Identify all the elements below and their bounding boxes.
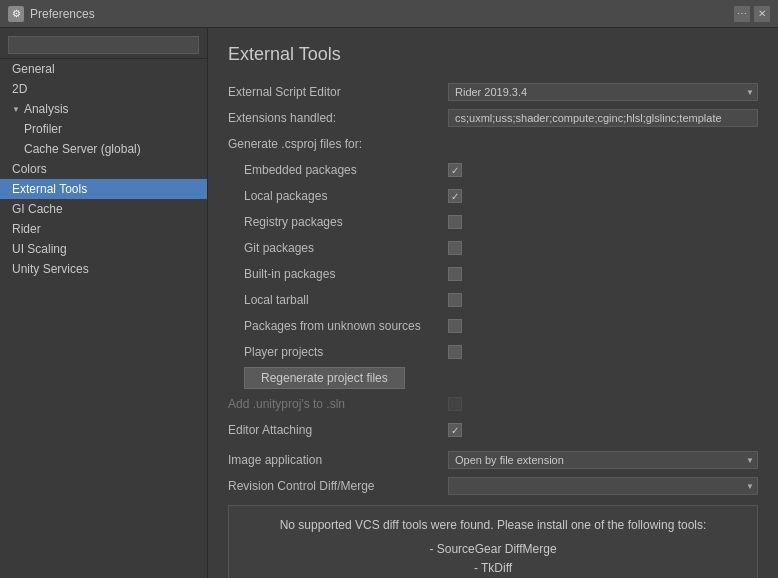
vcs-tools-list: - SourceGear DiffMerge - TkDiff - P4Merg…: [245, 540, 741, 578]
analysis-label: Analysis: [24, 102, 69, 116]
builtin-packages-checkbox-wrapper: [448, 267, 462, 281]
unknown-sources-checkbox-wrapper: [448, 319, 462, 333]
registry-packages-checkbox-wrapper: [448, 215, 462, 229]
revision-control-dropdown-wrapper: [448, 477, 758, 495]
local-packages-label: Local packages: [228, 189, 448, 203]
git-packages-checkbox-wrapper: [448, 241, 462, 255]
vcs-tool-item: - SourceGear DiffMerge: [245, 540, 741, 559]
revision-control-label: Revision Control Diff/Merge: [228, 479, 448, 493]
extensions-handled-row: Extensions handled:: [228, 107, 758, 129]
player-projects-checkbox-wrapper: [448, 345, 462, 359]
sidebar-item-colors[interactable]: Colors: [0, 159, 207, 179]
registry-packages-row: Registry packages: [228, 211, 758, 233]
sidebar-section-analysis[interactable]: ▼ Analysis: [0, 99, 207, 119]
local-tarball-row: Local tarball: [228, 289, 758, 311]
unknown-sources-row: Packages from unknown sources: [228, 315, 758, 337]
registry-packages-label: Registry packages: [228, 215, 448, 229]
git-packages-label: Git packages: [228, 241, 448, 255]
generate-label: Generate .csproj files for:: [228, 137, 448, 151]
player-projects-label: Player projects: [228, 345, 448, 359]
vcs-message: No supported VCS diff tools were found. …: [245, 518, 741, 532]
sidebar-item-general[interactable]: General: [0, 59, 207, 79]
regenerate-row: Regenerate project files: [244, 367, 758, 389]
external-script-editor-label: External Script Editor: [228, 85, 448, 99]
embedded-packages-checkbox[interactable]: [448, 163, 462, 177]
sidebar-item-rider[interactable]: Rider: [0, 219, 207, 239]
builtin-packages-label: Built-in packages: [228, 267, 448, 281]
sidebar-item-external-tools[interactable]: External Tools: [0, 179, 207, 199]
search-input[interactable]: [8, 36, 199, 54]
embedded-packages-checkbox-wrapper: [448, 163, 462, 177]
title-bar: ⚙ Preferences ⋯ ✕: [0, 0, 778, 28]
player-projects-row: Player projects: [228, 341, 758, 363]
local-tarball-label: Local tarball: [228, 293, 448, 307]
revision-control-row: Revision Control Diff/Merge: [228, 475, 758, 497]
builtin-packages-row: Built-in packages: [228, 263, 758, 285]
sidebar: General 2D ▼ Analysis Profiler Cache Ser…: [0, 28, 208, 578]
add-unityproj-checkbox-wrapper: [448, 397, 462, 411]
local-tarball-checkbox-wrapper: [448, 293, 462, 307]
git-packages-checkbox[interactable]: [448, 241, 462, 255]
player-projects-checkbox[interactable]: [448, 345, 462, 359]
editor-attaching-row: Editor Attaching: [228, 419, 758, 441]
extensions-handled-label: Extensions handled:: [228, 111, 448, 125]
image-application-dropdown[interactable]: Open by file extension: [448, 451, 758, 469]
editor-attaching-label: Editor Attaching: [228, 423, 448, 437]
image-application-label: Image application: [228, 453, 448, 467]
sidebar-item-cache-server[interactable]: Cache Server (global): [0, 139, 207, 159]
unknown-sources-checkbox[interactable]: [448, 319, 462, 333]
triangle-icon: ▼: [12, 105, 20, 114]
sidebar-item-profiler[interactable]: Profiler: [0, 119, 207, 139]
external-script-editor-dropdown[interactable]: Rider 2019.3.4: [448, 83, 758, 101]
minimize-button[interactable]: ⋯: [734, 6, 750, 22]
editor-attaching-checkbox[interactable]: [448, 423, 462, 437]
add-unityproj-checkbox[interactable]: [448, 397, 462, 411]
local-packages-checkbox[interactable]: [448, 189, 462, 203]
unknown-sources-label: Packages from unknown sources: [228, 319, 448, 333]
add-unityproj-row: Add .unityproj's to .sln: [228, 393, 758, 415]
external-script-editor-row: External Script Editor Rider 2019.3.4: [228, 81, 758, 103]
vcs-tool-item: - TkDiff: [245, 559, 741, 578]
sidebar-item-2d[interactable]: 2D: [0, 79, 207, 99]
add-unityproj-label: Add .unityproj's to .sln: [228, 397, 448, 411]
builtin-packages-checkbox[interactable]: [448, 267, 462, 281]
image-application-dropdown-wrapper: Open by file extension: [448, 451, 758, 469]
external-script-editor-dropdown-wrapper: Rider 2019.3.4: [448, 83, 758, 101]
regenerate-button[interactable]: Regenerate project files: [244, 367, 405, 389]
git-packages-row: Git packages: [228, 237, 758, 259]
extensions-handled-input[interactable]: [448, 109, 758, 127]
sidebar-item-ui-scaling[interactable]: UI Scaling: [0, 239, 207, 259]
local-packages-row: Local packages: [228, 185, 758, 207]
window-icon: ⚙: [8, 6, 24, 22]
vcs-tools-box: No supported VCS diff tools were found. …: [228, 505, 758, 578]
window-controls: ⋯ ✕: [734, 6, 770, 22]
editor-attaching-checkbox-wrapper: [448, 423, 462, 437]
registry-packages-checkbox[interactable]: [448, 215, 462, 229]
sidebar-item-gi-cache[interactable]: GI Cache: [0, 199, 207, 219]
preferences-window: ⚙ Preferences ⋯ ✕ General 2D ▼ Analysis …: [0, 0, 778, 578]
local-packages-checkbox-wrapper: [448, 189, 462, 203]
close-button[interactable]: ✕: [754, 6, 770, 22]
image-application-row: Image application Open by file extension: [228, 449, 758, 471]
revision-control-dropdown[interactable]: [448, 477, 758, 495]
embedded-packages-row: Embedded packages: [228, 159, 758, 181]
content-area: General 2D ▼ Analysis Profiler Cache Ser…: [0, 28, 778, 578]
search-bar: [0, 32, 207, 59]
main-panel: External Tools External Script Editor Ri…: [208, 28, 778, 578]
sidebar-item-unity-services[interactable]: Unity Services: [0, 259, 207, 279]
local-tarball-checkbox[interactable]: [448, 293, 462, 307]
embedded-packages-label: Embedded packages: [228, 163, 448, 177]
generate-label-row: Generate .csproj files for:: [228, 133, 758, 155]
window-title: Preferences: [30, 7, 734, 21]
panel-title: External Tools: [228, 44, 758, 65]
